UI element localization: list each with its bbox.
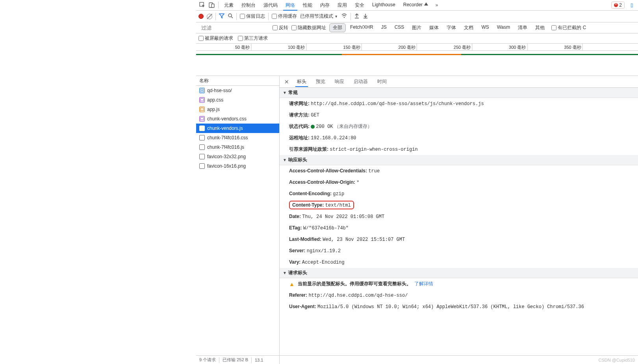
status-dot-icon xyxy=(311,125,315,129)
filter-input[interactable] xyxy=(198,23,269,32)
column-header-name[interactable]: 名称 xyxy=(196,76,279,86)
invert-checkbox[interactable]: 反转 xyxy=(273,24,288,31)
detail-tab-标头[interactable]: 标头 xyxy=(292,77,311,87)
svg-point-4 xyxy=(344,17,345,18)
timeline[interactable]: 50 毫秒100 毫秒150 毫秒200 毫秒250 毫秒300 毫秒350 毫… xyxy=(196,44,638,76)
error-badge[interactable]: 2 xyxy=(611,2,625,9)
disable-cache-checkbox[interactable]: 停用缓存 xyxy=(272,13,297,20)
main-tab-Lighthouse[interactable]: Lighthouse xyxy=(368,0,399,10)
request-row[interactable]: chunk-vendors.js xyxy=(196,124,279,133)
main-tab-应用[interactable]: 应用 xyxy=(334,0,351,10)
filter-toggle-icon[interactable] xyxy=(219,13,224,20)
separator xyxy=(215,13,216,20)
doc-file-icon xyxy=(199,88,205,93)
more-tabs-icon[interactable]: » xyxy=(432,0,441,10)
blocked-requests-checkbox[interactable]: 被屏蔽的请求 xyxy=(198,35,233,42)
main-tab-源代码[interactable]: 源代码 xyxy=(260,0,282,10)
detail-tab-时间[interactable]: 时间 xyxy=(373,77,391,87)
main-tab-Recorder[interactable]: Recorder xyxy=(399,0,432,10)
detail-tabs: ✕ 标头预览响应启动器时间 xyxy=(280,76,638,88)
devtools-panel: 元素控制台源代码网络性能内存应用安全LighthouseRecorder » 2… xyxy=(196,0,638,364)
section-header[interactable]: ▼响应标头 xyxy=(280,155,638,165)
request-rows: qd-hse-sso/app.cssapp.jschunk-vendors.cs… xyxy=(196,86,279,171)
wifi-icon[interactable] xyxy=(341,13,347,20)
type-filter-字体[interactable]: 字体 xyxy=(443,23,460,32)
timeline-tick: 350 毫秒 xyxy=(564,44,582,51)
main-tab-元素[interactable]: 元素 xyxy=(220,0,237,10)
timeline-ticks: 50 毫秒100 毫秒150 毫秒200 毫秒250 毫秒300 毫秒350 毫… xyxy=(196,44,638,51)
type-filter-CSS[interactable]: CSS xyxy=(391,23,408,32)
timeline-tick: 300 毫秒 xyxy=(509,44,527,51)
main-tab-性能[interactable]: 性能 xyxy=(299,0,316,10)
detail-tab-响应[interactable]: 响应 xyxy=(330,77,349,87)
throttle-select[interactable]: 已停用节流模式 ▼ xyxy=(300,13,338,20)
error-count: 2 xyxy=(619,2,622,8)
filter-bar: 反转 隐藏数据网址 全部Fetch/XHRJSCSS图片媒体字体文档WSWasm… xyxy=(196,22,638,33)
request-row[interactable]: qd-hse-sso/ xyxy=(196,86,279,95)
header-row: 状态代码: 200 OK （来自内存缓存） xyxy=(280,121,638,132)
type-filter-Fetch/XHR[interactable]: Fetch/XHR xyxy=(347,23,377,32)
preserve-log-checkbox[interactable]: 保留日志 xyxy=(240,13,265,20)
request-row[interactable]: app.js xyxy=(196,105,279,114)
main-tab-网络[interactable]: 网络 xyxy=(282,0,299,10)
provisional-warning: ▲当前显示的是预配标头。停用缓存即可查看完整标头。了解详情 xyxy=(280,278,638,290)
detail-tab-启动器[interactable]: 启动器 xyxy=(349,77,373,87)
request-name: app.css xyxy=(207,97,223,103)
learn-more-link[interactable]: 了解详情 xyxy=(414,281,433,287)
request-row[interactable]: app.css xyxy=(196,95,279,105)
device-toolbar-icon[interactable] xyxy=(207,0,217,10)
section-header[interactable]: ▼请求标头 xyxy=(280,268,638,278)
request-row[interactable]: chunk-7f4fc016.js xyxy=(196,142,279,152)
header-row: Access-Control-Allow-Origin: * xyxy=(280,177,638,188)
main-tab-控制台[interactable]: 控制台 xyxy=(237,0,260,10)
network-toolbar: 保留日志 停用缓存 已停用节流模式 ▼ xyxy=(196,11,638,22)
timeline-segment xyxy=(342,54,461,55)
type-filter-WS[interactable]: WS xyxy=(478,23,492,32)
request-row[interactable]: favicon-16x16.png xyxy=(196,161,279,171)
filter-bar-2: 被屏蔽的请求 第三方请求 xyxy=(196,33,638,44)
request-name: chunk-vendors.js xyxy=(207,126,243,131)
blocked-cookies-checkbox[interactable]: 有已拦截的 C xyxy=(551,24,586,31)
hide-data-urls-checkbox[interactable]: 隐藏数据网址 xyxy=(291,24,326,31)
type-filter-图片[interactable]: 图片 xyxy=(408,23,425,32)
timeline-tick: 100 毫秒 xyxy=(288,44,306,51)
request-row[interactable]: chunk-7f4fc016.css xyxy=(196,133,279,142)
clear-button[interactable] xyxy=(207,14,212,19)
timeline-tick: 150 毫秒 xyxy=(343,44,362,51)
main-tab-内存[interactable]: 内存 xyxy=(316,0,334,10)
request-row[interactable]: chunk-vendors.css xyxy=(196,114,279,124)
type-filter-JS[interactable]: JS xyxy=(378,23,390,32)
inspect-icon[interactable] xyxy=(198,0,207,10)
search-icon[interactable] xyxy=(228,13,233,20)
header-row: 请求网址: http://qd.hse.cddpi.com/qd-hse-sso… xyxy=(280,98,638,109)
chat-icon[interactable]: ▯ xyxy=(627,0,636,10)
type-filter-Wasm[interactable]: Wasm xyxy=(493,23,514,32)
header-row: Date: Thu, 24 Nov 2022 01:05:08 GMT xyxy=(280,211,638,222)
tabs-container: 元素控制台源代码网络性能内存应用安全LighthouseRecorder xyxy=(220,0,432,10)
close-detail-button[interactable]: ✕ xyxy=(281,77,292,87)
status-transferred: 已传输 252 B xyxy=(223,357,248,363)
type-filter-其他[interactable]: 其他 xyxy=(532,23,548,32)
request-detail: ✕ 标头预览响应启动器时间 ▼常规请求网址: http://qd.hse.cdd… xyxy=(280,76,638,364)
upload-har-icon[interactable] xyxy=(354,13,360,20)
request-name: chunk-vendors.css xyxy=(207,116,247,122)
type-filter-全部[interactable]: 全部 xyxy=(329,23,346,32)
header-row: ETag: W/"637e416b-74b" xyxy=(280,222,638,234)
type-filter-文档[interactable]: 文档 xyxy=(460,23,477,32)
css-file-icon xyxy=(199,116,205,122)
request-row[interactable]: favicon-32x32.png xyxy=(196,152,279,161)
header-row: Content-Type: text/html xyxy=(280,200,638,211)
timeline-segment xyxy=(196,54,342,55)
type-filter-媒体[interactable]: 媒体 xyxy=(426,23,442,32)
js-file-icon xyxy=(199,126,205,131)
watermark: CSDN @Cupid510 xyxy=(599,358,635,362)
section-header[interactable]: ▼常规 xyxy=(280,88,638,98)
third-party-checkbox[interactable]: 第三方请求 xyxy=(238,35,268,42)
detail-tab-预览[interactable]: 预览 xyxy=(311,77,330,87)
main-tab-安全[interactable]: 安全 xyxy=(351,0,368,10)
record-button[interactable] xyxy=(198,14,204,19)
type-filter-清单[interactable]: 清单 xyxy=(514,23,531,32)
header-row: Vary: Accept-Encoding xyxy=(280,257,638,268)
download-har-icon[interactable] xyxy=(363,13,368,20)
header-row: Content-Encoding: gzip xyxy=(280,188,638,200)
